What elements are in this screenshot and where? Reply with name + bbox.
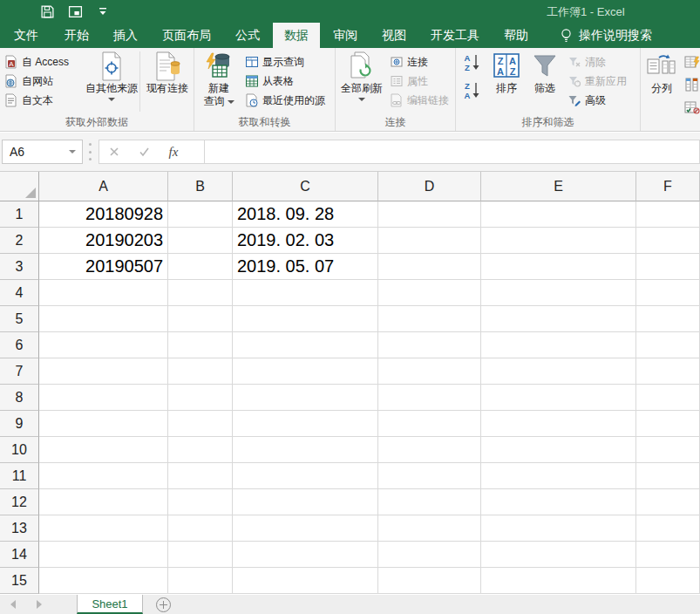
sort-descending-button[interactable]: ZA	[461, 80, 484, 101]
cell-A14[interactable]	[39, 542, 168, 568]
cell-B11[interactable]	[168, 463, 233, 489]
from-other-sources-button[interactable]: 自其他来源	[85, 51, 138, 101]
cell-A9[interactable]	[39, 411, 168, 437]
cell-E9[interactable]	[481, 411, 636, 437]
clear-filter-button[interactable]: 清除	[566, 53, 629, 71]
enter-button[interactable]	[129, 140, 159, 163]
cell-C9[interactable]	[233, 411, 378, 437]
cell-A8[interactable]	[39, 385, 168, 411]
cell-C13[interactable]	[233, 515, 378, 542]
cell-F1[interactable]	[636, 201, 700, 228]
cell-C8[interactable]	[233, 385, 378, 411]
cell-E7[interactable]	[481, 358, 636, 385]
sheet-nav-next-button[interactable]	[26, 595, 52, 614]
cell-C4[interactable]	[233, 280, 378, 306]
cell-E1[interactable]	[481, 201, 636, 228]
cell-B3[interactable]	[168, 254, 233, 280]
row-header-3[interactable]: 3	[0, 254, 39, 280]
cell-B8[interactable]	[168, 385, 233, 411]
tab-developer[interactable]: 开发工具	[419, 23, 491, 48]
row-header-2[interactable]: 2	[0, 228, 39, 254]
cell-D11[interactable]	[378, 463, 481, 489]
cell-E5[interactable]	[481, 306, 636, 332]
sheet-tab-sheet1[interactable]: Sheet1	[77, 595, 143, 614]
refresh-all-button[interactable]: 全部刷新	[339, 51, 384, 101]
row-header-14[interactable]: 14	[0, 542, 39, 568]
cell-A4[interactable]	[39, 280, 168, 306]
insert-function-button[interactable]: fx	[159, 140, 188, 163]
cell-F6[interactable]	[636, 332, 700, 358]
cell-C15[interactable]	[233, 568, 378, 594]
cell-C5[interactable]	[233, 306, 378, 332]
cell-A1[interactable]: 20180928	[39, 201, 168, 228]
cell-E13[interactable]	[481, 515, 636, 542]
cell-F7[interactable]	[636, 358, 700, 385]
cell-F8[interactable]	[636, 385, 700, 411]
tab-help[interactable]: 帮助	[493, 23, 540, 48]
row-header-1[interactable]: 1	[0, 201, 39, 228]
cell-B5[interactable]	[168, 306, 233, 332]
cell-D1[interactable]	[378, 201, 481, 228]
from-table-button[interactable]: 从表格	[243, 72, 327, 90]
recent-sources-button[interactable]: 最近使用的源	[243, 92, 327, 109]
name-box[interactable]: A6	[2, 140, 83, 164]
sort-button[interactable]: ZAAZ 排序	[487, 51, 526, 95]
cell-C3[interactable]: 2019. 05. 07	[233, 254, 378, 280]
cell-D5[interactable]	[378, 306, 481, 332]
tab-view[interactable]: 视图	[370, 23, 418, 48]
row-header-15[interactable]: 15	[0, 568, 39, 594]
cell-F3[interactable]	[636, 254, 700, 280]
row-header-4[interactable]: 4	[0, 280, 39, 306]
touch-mouse-mode-button[interactable]	[66, 3, 84, 20]
cell-E8[interactable]	[481, 385, 636, 411]
cell-C11[interactable]	[233, 463, 378, 489]
cell-A6[interactable]	[39, 332, 168, 358]
flash-fill-button[interactable]	[683, 53, 700, 71]
cell-F5[interactable]	[636, 306, 700, 332]
cell-D12[interactable]	[378, 489, 481, 515]
cell-B7[interactable]	[168, 358, 233, 385]
column-header-A[interactable]: A	[39, 172, 168, 201]
cell-B10[interactable]	[168, 437, 233, 463]
edit-links-button[interactable]: 编辑链接	[388, 92, 451, 109]
column-header-F[interactable]: F	[636, 172, 700, 201]
tab-page-layout[interactable]: 页面布局	[151, 23, 222, 48]
row-header-6[interactable]: 6	[0, 332, 39, 358]
cell-F9[interactable]	[636, 411, 700, 437]
row-header-9[interactable]: 9	[0, 411, 39, 437]
column-header-E[interactable]: E	[481, 172, 636, 201]
cell-A2[interactable]: 20190203	[39, 228, 168, 254]
cell-D7[interactable]	[378, 358, 481, 385]
cell-C6[interactable]	[233, 332, 378, 358]
cell-E11[interactable]	[481, 463, 636, 489]
tab-home[interactable]: 开始	[53, 23, 100, 48]
cell-E2[interactable]	[481, 228, 636, 254]
cell-F2[interactable]	[636, 228, 700, 254]
column-header-C[interactable]: C	[233, 172, 378, 201]
column-header-D[interactable]: D	[378, 172, 481, 201]
cell-A10[interactable]	[39, 437, 168, 463]
row-header-12[interactable]: 12	[0, 489, 39, 515]
new-sheet-button[interactable]	[143, 595, 183, 614]
cell-B15[interactable]	[168, 568, 233, 594]
cell-C14[interactable]	[233, 542, 378, 568]
cell-C2[interactable]: 2019. 02. 03	[233, 228, 378, 254]
cell-B2[interactable]	[168, 228, 233, 254]
connections-button[interactable]: 连接	[388, 53, 451, 71]
show-queries-button[interactable]: 显示查询	[243, 53, 327, 71]
tab-review[interactable]: 审阅	[322, 23, 369, 48]
cell-B14[interactable]	[168, 542, 233, 568]
row-header-11[interactable]: 11	[0, 463, 39, 489]
cell-A5[interactable]	[39, 306, 168, 332]
cell-D4[interactable]	[378, 280, 481, 306]
row-header-8[interactable]: 8	[0, 385, 39, 411]
cell-E4[interactable]	[481, 280, 636, 306]
cell-A15[interactable]	[39, 568, 168, 594]
cell-D14[interactable]	[378, 542, 481, 568]
filter-button[interactable]: 筛选	[527, 51, 562, 95]
reapply-filter-button[interactable]: 重新应用	[566, 72, 629, 90]
cell-A13[interactable]	[39, 515, 168, 542]
cell-E10[interactable]	[481, 437, 636, 463]
tell-me-search[interactable]: 操作说明搜索	[560, 23, 652, 48]
cell-B9[interactable]	[168, 411, 233, 437]
